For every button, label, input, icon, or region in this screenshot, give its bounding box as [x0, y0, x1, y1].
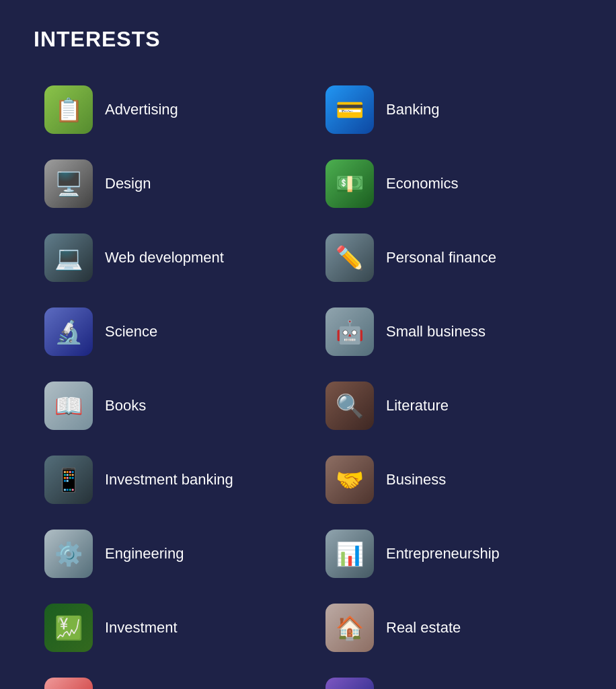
interest-label-webdev: Web development: [105, 249, 224, 266]
interest-label-science: Science: [105, 323, 157, 340]
interest-label-investment: Investment: [105, 619, 178, 637]
interest-label-economics: Economics: [386, 175, 459, 192]
interest-item-realestate[interactable]: 🏠 Real estate: [315, 594, 582, 661]
interest-item-personalfinance[interactable]: ✏️ Personal finance: [315, 224, 582, 291]
interest-item-engineering[interactable]: ⚙️ Engineering: [34, 520, 301, 587]
interest-icon-engineering: ⚙️: [44, 530, 93, 578]
interest-item-advertising[interactable]: 📋 Advertising: [34, 76, 301, 143]
interest-item-smallbusiness[interactable]: 🤖 Small business: [315, 298, 582, 365]
interest-icon-design: 🖥️: [44, 159, 93, 208]
interest-icon-advertising: 📋: [44, 85, 93, 134]
interest-item-literature[interactable]: 🔍 Literature: [315, 372, 582, 439]
interest-icon-books: 📖: [44, 382, 93, 430]
interest-item-business[interactable]: 🤝 Business: [315, 446, 582, 513]
interest-icon-electronicmusic: 🎛️: [325, 678, 374, 689]
interest-item-webdev[interactable]: 💻 Web development: [34, 224, 301, 291]
interest-icon-business: 🤝: [325, 456, 374, 504]
interest-item-investmentbanking[interactable]: 📱 Investment banking: [34, 446, 301, 513]
interest-item-science[interactable]: 🔬 Science: [34, 298, 301, 365]
interest-item-books[interactable]: 📖 Books: [34, 372, 301, 439]
interest-label-literature: Literature: [386, 397, 449, 414]
interest-label-entrepreneurship: Entrepreneurship: [386, 545, 500, 563]
interest-label-realestate: Real estate: [386, 619, 461, 637]
interest-icon-webdev: 💻: [44, 233, 93, 282]
interest-item-economics[interactable]: 💵 Economics: [315, 150, 582, 217]
interests-grid: 📋 Advertising 💳 Banking 🖥️ Design 💵 Econ…: [34, 76, 582, 689]
interest-icon-entrepreneurship: 📊: [325, 530, 374, 578]
interest-icon-science: 🔬: [44, 307, 93, 356]
interest-icon-literature: 🔍: [325, 382, 374, 430]
interest-label-smallbusiness: Small business: [386, 323, 486, 340]
interest-item-banking[interactable]: 💳 Banking: [315, 76, 582, 143]
interest-item-investment[interactable]: 💹 Investment: [34, 594, 301, 661]
interest-icon-personalfinance: ✏️: [325, 233, 374, 282]
interest-item-entrepreneurship[interactable]: 📊 Entrepreneurship: [315, 520, 582, 587]
page-title: INTERESTS: [34, 27, 582, 52]
interest-label-engineering: Engineering: [105, 545, 184, 563]
interest-label-investmentbanking: Investment banking: [105, 471, 233, 488]
interest-icon-banking: 💳: [325, 85, 374, 134]
interest-label-design: Design: [105, 175, 151, 192]
interest-icon-smallbusiness: 🤖: [325, 307, 374, 356]
interest-label-business: Business: [386, 471, 446, 488]
interest-label-personalfinance: Personal finance: [386, 249, 496, 266]
interest-item-electronicmusic[interactable]: 🎛️ Electronic music: [315, 668, 582, 689]
interest-icon-investmentbanking: 📱: [44, 456, 93, 504]
interest-label-advertising: Advertising: [105, 101, 178, 118]
interest-icon-realestate: 🏠: [325, 604, 374, 652]
interest-label-banking: Banking: [386, 101, 440, 118]
interest-item-design[interactable]: 🖥️ Design: [34, 150, 301, 217]
interest-item-classicalmusic[interactable]: 🎵 Classical music: [34, 668, 301, 689]
interest-icon-investment: 💹: [44, 604, 93, 652]
interest-label-books: Books: [105, 397, 146, 414]
interest-icon-classicalmusic: 🎵: [44, 678, 93, 689]
interest-icon-economics: 💵: [325, 159, 374, 208]
